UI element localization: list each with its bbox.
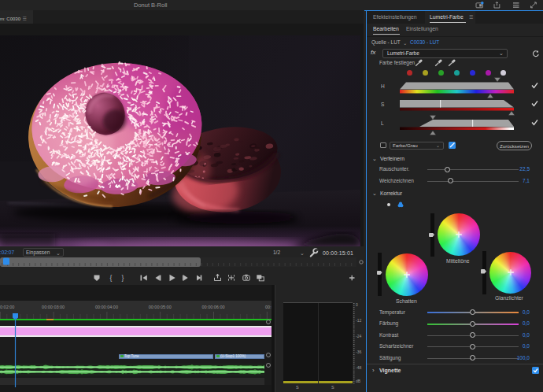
svg-text:S: S: [381, 102, 385, 107]
svg-text:L: L: [381, 120, 384, 126]
svg-text:}: }: [122, 274, 124, 282]
svg-text:{: {: [110, 274, 113, 282]
svg-text:H: H: [381, 83, 385, 89]
